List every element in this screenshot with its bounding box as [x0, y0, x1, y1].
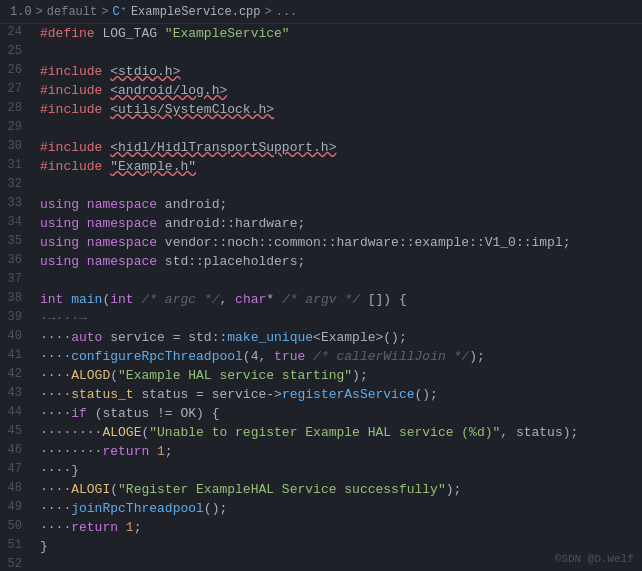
- code-area: 24#define LOG_TAG "ExampleService"25 26#…: [0, 24, 642, 571]
- line-content: [36, 43, 642, 62]
- line-number: 40: [0, 328, 36, 343]
- line-number: 36: [0, 252, 36, 267]
- breadcrumb-default: default: [47, 5, 97, 19]
- token: );: [469, 349, 485, 364]
- breadcrumb-lang-icon: C⁺: [112, 4, 126, 19]
- code-line: 30#include <hidl/HidlTransportSupport.h>: [0, 138, 642, 157]
- line-content: #include <stdio.h>: [36, 62, 642, 81]
- code-line: 32: [0, 176, 642, 195]
- token: [79, 235, 87, 250]
- line-content: ····if (status != OK) {: [36, 404, 642, 423]
- token: "Example HAL service starting": [118, 368, 352, 383]
- code-line: 48····ALOGI("Register ExampleHAL Service…: [0, 480, 642, 499]
- line-number: 33: [0, 195, 36, 210]
- token: auto: [71, 330, 102, 345]
- token: #include: [40, 102, 102, 117]
- token: android;: [157, 197, 227, 212]
- token: namespace: [87, 216, 157, 231]
- token: return: [102, 444, 149, 459]
- code-line: 34using namespace android::hardware;: [0, 214, 642, 233]
- line-content: using namespace android;: [36, 195, 642, 214]
- token: return: [71, 520, 118, 535]
- token: ALOGD: [71, 368, 110, 383]
- line-content: #define LOG_TAG "ExampleService": [36, 24, 642, 43]
- line-content: ········return 1;: [36, 442, 642, 461]
- token: using: [40, 197, 79, 212]
- code-line: 45········ALOGE("Unable to register Exam…: [0, 423, 642, 442]
- token: (: [110, 482, 118, 497]
- token: android::hardware;: [157, 216, 305, 231]
- token: joinRpcThreadpool: [71, 501, 204, 516]
- token: registerAsService: [282, 387, 415, 402]
- token: (4,: [243, 349, 274, 364]
- code-line: 43····status_t status = service->registe…: [0, 385, 642, 404]
- token: ····: [40, 501, 71, 516]
- code-line: 28#include <utils/SystemClock.h>: [0, 100, 642, 119]
- line-number: 35: [0, 233, 36, 248]
- line-number: 25: [0, 43, 36, 58]
- token: ····: [40, 387, 71, 402]
- breadcrumb-filename: ExampleService.cpp: [131, 5, 261, 19]
- line-number: 51: [0, 537, 36, 552]
- code-line: 44····if (status != OK) {: [0, 404, 642, 423]
- token: <android/log.h>: [110, 83, 227, 98]
- line-number: 32: [0, 176, 36, 191]
- code-line: 33using namespace android;: [0, 195, 642, 214]
- token: using: [40, 235, 79, 250]
- token: [79, 197, 87, 212]
- token: ALOGI: [71, 482, 110, 497]
- token: namespace: [87, 235, 157, 250]
- line-number: 26: [0, 62, 36, 77]
- token: ········: [40, 444, 102, 459]
- code-line: 47····}: [0, 461, 642, 480]
- token: #define: [40, 26, 95, 41]
- token: ····: [40, 330, 71, 345]
- token: 1: [157, 444, 165, 459]
- line-content: #include <android/log.h>: [36, 81, 642, 100]
- token: /* callerWillJoin */: [313, 349, 469, 364]
- line-number: 29: [0, 119, 36, 134]
- line-content: [36, 556, 642, 571]
- token: ;: [165, 444, 173, 459]
- code-line: 27#include <android/log.h>: [0, 81, 642, 100]
- token: [305, 349, 313, 364]
- token: "Example.h": [110, 159, 196, 174]
- token: if: [71, 406, 87, 421]
- line-content: ····ALOGI("Register ExampleHAL Service s…: [36, 480, 642, 499]
- line-number: 34: [0, 214, 36, 229]
- line-content: ········ALOGE("Unable to register Exampl…: [36, 423, 642, 442]
- token: #include: [40, 64, 102, 79]
- breadcrumb-bar: 1.0 > default > C⁺ ExampleService.cpp > …: [0, 0, 642, 24]
- token: *: [266, 292, 282, 307]
- line-content: ····}: [36, 461, 642, 480]
- line-number: 48: [0, 480, 36, 495]
- code-line: 52: [0, 556, 642, 571]
- line-number: 24: [0, 24, 36, 39]
- token: "Register ExampleHAL Service successfull…: [118, 482, 446, 497]
- token: status_t: [71, 387, 133, 402]
- token: ····: [40, 349, 71, 364]
- line-number: 52: [0, 556, 36, 571]
- token: service = std::: [102, 330, 227, 345]
- line-number: 50: [0, 518, 36, 533]
- line-content: #include "Example.h": [36, 157, 642, 176]
- line-content: #include <hidl/HidlTransportSupport.h>: [36, 138, 642, 157]
- breadcrumb-version: 1.0: [10, 5, 32, 19]
- line-number: 28: [0, 100, 36, 115]
- code-line: 49····joinRpcThreadpool();: [0, 499, 642, 518]
- line-content: ····status_t status = service->registerA…: [36, 385, 642, 404]
- token: , status);: [500, 425, 578, 440]
- token: (status != OK) {: [87, 406, 220, 421]
- token: ····: [40, 482, 71, 497]
- line-content: using namespace std::placeholders;: [36, 252, 642, 271]
- token: ········: [40, 425, 102, 440]
- line-number: 43: [0, 385, 36, 400]
- token: ();: [415, 387, 438, 402]
- token: "Unable to register Example HAL service …: [149, 425, 500, 440]
- line-content: ····return 1;: [36, 518, 642, 537]
- line-content: ·→···→: [36, 309, 642, 328]
- line-number: 45: [0, 423, 36, 438]
- line-content: ····auto service = std::make_unique<Exam…: [36, 328, 642, 347]
- line-content: using namespace vendor::noch::common::ha…: [36, 233, 642, 252]
- line-number: 30: [0, 138, 36, 153]
